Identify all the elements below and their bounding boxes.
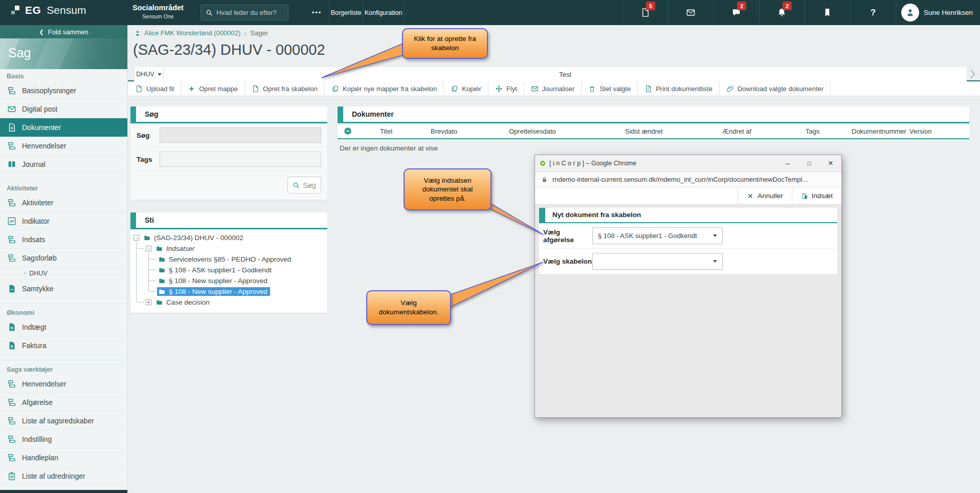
sidebar-item-aktiviteter[interactable]: Aktiviteter <box>0 194 127 212</box>
tree-node[interactable]: § 108 - New supplier - Approved <box>130 286 327 297</box>
sidebar-subitem-dhuv[interactable]: DHUV <box>0 267 127 280</box>
nav-borgerliste[interactable]: Borgerliste <box>329 0 363 25</box>
sidebar-item-samtykke[interactable]: Samtykke <box>0 280 127 298</box>
topbar-icon-cluster: 522? Sune Henriksen <box>622 0 980 25</box>
tree-node-label: Indsatser <box>166 245 195 252</box>
collapse-expander-icon[interactable]: - <box>133 235 139 241</box>
decision-select[interactable]: § 108 - ASK supplier1 - Godkendt <box>592 227 723 244</box>
tree-node-label: Case decision <box>166 298 210 306</box>
column-header-ændret-af[interactable]: Ændret af <box>722 123 751 139</box>
tree-node[interactable]: § 108 - New supplier - Approved <box>130 275 327 286</box>
column-header-titel[interactable]: Titel <box>380 123 392 139</box>
print-dokumentliste-button[interactable]: Print dokumentliste <box>638 81 720 96</box>
sidebar-item-dokumenter[interactable]: Dokumenter <box>0 118 127 137</box>
organization-switcher[interactable]: Socialområdet Sensum One <box>128 4 188 19</box>
tree-node[interactable]: Servicelovens §85 - PEDHO - Approved <box>130 254 327 265</box>
app-logo[interactable]: EG Sensum <box>11 4 86 16</box>
minimize-button[interactable]: – <box>779 155 796 172</box>
sidebar-item-label: Liste af sagsredskaber <box>22 417 94 425</box>
notifications-button[interactable]: 2 <box>759 0 805 25</box>
help-button[interactable]: ? <box>850 0 896 25</box>
chat-button[interactable]: 2 <box>714 0 759 25</box>
column-header-version[interactable]: Version <box>909 123 931 139</box>
person-icon <box>905 8 915 17</box>
mail-button[interactable] <box>668 0 714 25</box>
column-header-sidst-ændret[interactable]: Sidst ændret <box>625 123 663 139</box>
copy-icon <box>331 85 339 93</box>
cancel-button[interactable]: Annuller <box>738 187 792 204</box>
opret-fra-skabelon-button[interactable]: Opret fra skabelon <box>245 81 325 96</box>
tags-input[interactable] <box>160 152 321 167</box>
insert-button[interactable]: Indsæt <box>792 187 841 204</box>
sidebar-item-label: Liste af udredninger <box>22 472 85 480</box>
column-header-tags[interactable]: Tags <box>806 123 819 139</box>
tree-node-label: § 108 - ASK supplier1 - Godkendt <box>169 266 272 274</box>
popup-url[interactable]: rndemo-internal-current.sensum.dk/rndemo… <box>552 176 808 183</box>
callout-select-indsats: Vælg indsatsen dokumentet skal oprettes … <box>404 168 492 210</box>
sidebar-item-henvendelser[interactable]: Henvendelser <box>0 375 127 393</box>
sidebar-item-liste-af-udredninger[interactable]: Liste af udredninger <box>0 467 127 485</box>
opret-mappe-button[interactable]: Opret mappe <box>181 81 245 96</box>
sidebar-item-sagsforløb[interactable]: Sagsforløb <box>0 249 127 267</box>
bookmarks-button[interactable] <box>805 0 850 25</box>
search-text-input[interactable] <box>160 127 321 143</box>
slet-valgte-button[interactable]: Slet valgte <box>582 81 638 96</box>
search-button[interactable]: Søg <box>287 177 321 194</box>
kopi-r-button[interactable]: Kopiér <box>444 81 488 96</box>
download-valgte-dokumenter-button[interactable]: Download valgte dokumenter <box>720 81 831 96</box>
sidebar-item-indikator[interactable]: Indikator <box>0 212 127 230</box>
sidebar-section-aktiviteter: Aktiviteter <box>0 179 127 194</box>
nav-konfiguration[interactable]: Konfiguration <box>363 0 404 25</box>
tree-node-content: Servicelovens §85 - PEDHO - Approved <box>157 255 294 264</box>
journaliser-button[interactable]: Journaliser <box>524 81 582 96</box>
close-button[interactable]: × <box>822 155 839 172</box>
module-banner: Sag <box>0 38 127 69</box>
collapse-expander-icon[interactable]: - <box>146 246 151 251</box>
breadcrumb-current[interactable]: Sager <box>250 29 268 37</box>
tab-dhuv-dropdown[interactable]: DHUV <box>134 67 164 81</box>
maximize-button[interactable]: □ <box>800 155 818 172</box>
callout-text: Vælg dokumentskabelon. <box>372 298 445 316</box>
sidebar-item-indstilling[interactable]: Indstilling <box>0 430 127 448</box>
sidebar-item-indtægt[interactable]: $Indtægt <box>0 318 127 336</box>
tree-node-content: Indsatser <box>154 244 197 253</box>
sidebar-item-liste-af-sagsredskaber[interactable]: Liste af sagsredskaber <box>0 412 127 430</box>
sidebar-item-indsats[interactable]: Indsats <box>0 230 127 249</box>
sidebar-item-faktura[interactable]: $Faktura <box>0 336 127 355</box>
sidebar-item-journal[interactable]: Journal <box>0 155 127 174</box>
column-header-brevdato[interactable]: Brevdato <box>431 123 457 139</box>
chevron-left-icon: ❮ <box>39 29 44 35</box>
tree-node[interactable]: § 108 - ASK supplier1 - Godkendt <box>130 265 327 275</box>
tree-node[interactable]: +Case decision <box>130 297 327 308</box>
sidebar-item-handleplan[interactable]: Handleplan <box>0 448 127 467</box>
tab-test-label: Test <box>559 71 571 78</box>
collapse-sidebar-button[interactable]: ❮ Fold sammen <box>0 25 127 38</box>
template-select[interactable] <box>592 253 723 270</box>
toolbar-button-label: Kopiér nye mapper fra skabelon <box>343 85 437 93</box>
more-options-button[interactable]: ••• <box>305 0 329 25</box>
sidebar-item-henvendelser[interactable]: Henvendelser <box>0 137 127 155</box>
circle-minus-icon[interactable] <box>344 127 352 135</box>
search-input[interactable] <box>216 9 283 16</box>
flyt-button[interactable]: Flyt <box>488 81 524 96</box>
upload-fil-button[interactable]: Upload fil <box>128 81 181 96</box>
tab-scroll-right-button[interactable] <box>967 67 979 81</box>
sidebar-item-basisoplysninger[interactable]: Basisoplysninger <box>0 81 127 100</box>
workflow-icon <box>7 435 16 444</box>
folder-icon <box>158 256 166 263</box>
page: EG Sensum Socialområdet Sensum One ••• B… <box>0 0 980 493</box>
pdf-icon <box>644 85 652 93</box>
column-header-dokumentnummer[interactable]: Dokumentnummer <box>852 123 906 139</box>
tree-node[interactable]: -(SAG-23/34) DHUV - 000002 <box>130 232 327 243</box>
documents-button[interactable]: 5 <box>622 0 668 25</box>
tree-node[interactable]: -Indsatser <box>130 243 327 254</box>
expand-expander-icon[interactable]: + <box>146 299 151 305</box>
user-menu[interactable]: Sune Henriksen <box>896 0 980 25</box>
tab-test[interactable]: Test <box>164 67 967 81</box>
sidebar-item-digital-post[interactable]: Digital post <box>0 100 127 118</box>
column-header-oprettelsesdato[interactable]: Oprettelsesdato <box>509 123 556 139</box>
popup-title-bar[interactable]: [ i n C o r p ] – Google Chrome – □ × <box>535 155 841 172</box>
kopi-r-nye-mapper-fra-skabelon-button[interactable]: Kopiér nye mapper fra skabelon <box>325 81 444 96</box>
breadcrumb-citizen-link[interactable]: Alice FMK Wonderland (000002) <box>144 29 240 37</box>
sidebar-item-afgørelse[interactable]: Afgørelse <box>0 393 127 412</box>
